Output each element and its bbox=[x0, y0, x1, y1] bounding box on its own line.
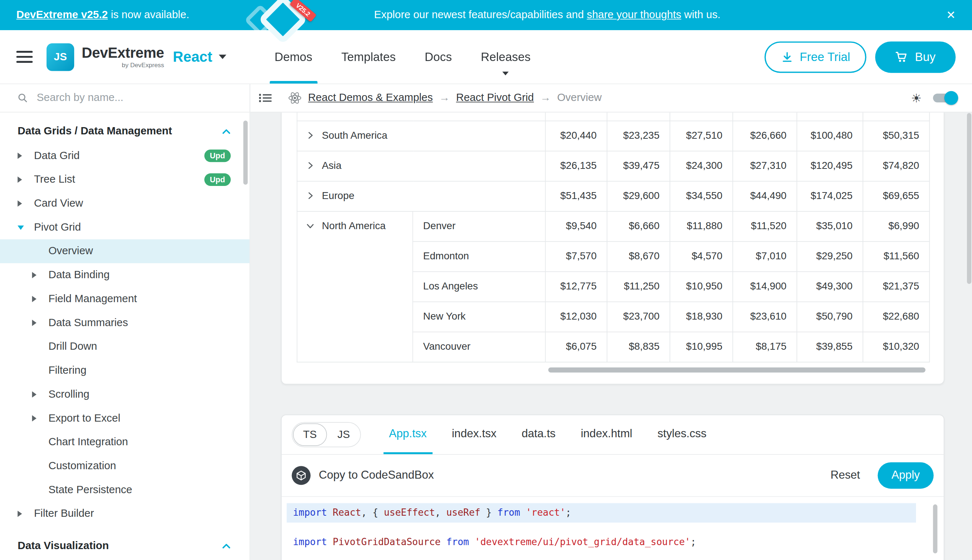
pivot-city-cell: Denver bbox=[413, 211, 545, 241]
region-label: Asia bbox=[322, 160, 342, 171]
nav-item-templates[interactable]: Templates bbox=[341, 30, 396, 83]
framework-selector[interactable]: React bbox=[173, 48, 226, 65]
search-icon bbox=[17, 92, 28, 103]
code-line-blank bbox=[289, 520, 913, 535]
upd-badge: Upd bbox=[204, 150, 231, 162]
item-label: Data Grid bbox=[34, 150, 80, 162]
search-input[interactable] bbox=[35, 91, 239, 105]
sidebar-item-overview[interactable]: Overview bbox=[0, 239, 250, 263]
sidebar-item-card-view[interactable]: Card View bbox=[0, 192, 250, 216]
tab-app-tsx[interactable]: App.tsx bbox=[383, 415, 432, 453]
sidebar-item-data-summaries[interactable]: Data Summaries bbox=[0, 311, 250, 335]
version-suffix: is now available. bbox=[108, 9, 189, 21]
expand-arrow-icon bbox=[32, 320, 36, 326]
close-icon[interactable]: ✕ bbox=[946, 10, 956, 21]
sidebar-item-data-grid[interactable]: Data Grid Upd bbox=[0, 144, 250, 168]
item-label: Pivot Grid bbox=[34, 221, 81, 234]
version-link[interactable]: DevExtreme v25.2 bbox=[16, 9, 108, 21]
sidebar-item-filter-builder[interactable]: Filter Builder bbox=[0, 502, 250, 526]
sidebar-item-filtering[interactable]: Filtering bbox=[0, 359, 250, 383]
tab-data-ts[interactable]: data.ts bbox=[516, 415, 561, 453]
sidebar-item-pivot-grid[interactable]: Pivot Grid bbox=[0, 215, 250, 239]
code-token: import bbox=[293, 536, 333, 547]
code-token: 'react' bbox=[525, 507, 565, 518]
code-line: import PivotGridDataSource from 'devextr… bbox=[289, 535, 913, 550]
chevron-down-icon bbox=[503, 72, 509, 75]
toggle-panel-icon[interactable] bbox=[259, 93, 272, 103]
code-token: PivotGridDataSource bbox=[333, 536, 440, 547]
reset-button[interactable]: Reset bbox=[831, 468, 860, 482]
item-label: Data Binding bbox=[49, 269, 109, 282]
code-token: , { bbox=[361, 507, 383, 518]
brand-block[interactable]: DevExtreme by DevExpress bbox=[82, 45, 164, 68]
nav-item-docs[interactable]: Docs bbox=[425, 30, 452, 83]
tab-styles-css[interactable]: styles.css bbox=[652, 415, 712, 453]
code-editor[interactable]: import React, { useEffect, useRef } from… bbox=[282, 497, 944, 560]
free-trial-button[interactable]: Free Trial bbox=[765, 41, 867, 72]
sidebar-item-state-persistence[interactable]: State Persistence bbox=[0, 478, 250, 502]
sidebar-section-data-visualization[interactable]: Data Visualization bbox=[0, 533, 250, 558]
toggle-knob bbox=[944, 91, 958, 105]
pivot-value-cell: $21,375 bbox=[863, 271, 930, 302]
banner-release-text: DevExtreme v25.2 is now available. bbox=[16, 9, 189, 22]
pivot-value-cell: $22,680 bbox=[863, 302, 930, 332]
pivot-value-cell: $18,930 bbox=[670, 302, 733, 332]
code-token: 'devextreme/ui/pivot_grid/data_source' bbox=[475, 536, 691, 547]
pivot-value-cell: $8,175 bbox=[733, 332, 797, 362]
sidebar-section-data-grids[interactable]: Data Grids / Data Management bbox=[0, 119, 250, 144]
breadcrumb-root-link[interactable]: React Demos & Examples bbox=[308, 92, 433, 105]
nav-item-releases[interactable]: Releases bbox=[481, 30, 531, 83]
pivot-region-cell-europe[interactable]: Europe bbox=[297, 181, 545, 211]
pivot-region-cell-asia[interactable]: Asia bbox=[297, 151, 545, 181]
download-icon bbox=[781, 50, 793, 63]
pivot-region-row: Europe $51,435 $29,600 $34,550 $44,490 $… bbox=[297, 181, 930, 211]
pivot-value-cell: $29,250 bbox=[797, 241, 863, 271]
sidebar-item-drill-down[interactable]: Drill Down bbox=[0, 335, 250, 359]
pivot-value-cell: $10,995 bbox=[670, 332, 733, 362]
cart-icon bbox=[895, 51, 908, 63]
sidebar-item-tree-list[interactable]: Tree List Upd bbox=[0, 168, 250, 192]
brand-title: DevExtreme bbox=[82, 45, 164, 60]
scrollbar-thumb[interactable] bbox=[548, 367, 925, 372]
pivot-value-cell: $7,010 bbox=[733, 241, 797, 271]
sidebar-item-export-to-excel[interactable]: Export to Excel bbox=[0, 407, 250, 430]
code-token: React bbox=[333, 507, 361, 518]
sidebar-item-chart-integration[interactable]: Chart Integration bbox=[0, 430, 250, 454]
lang-js-button[interactable]: JS bbox=[328, 422, 360, 446]
tab-index-tsx[interactable]: index.tsx bbox=[446, 415, 502, 453]
sidebar-item-field-management[interactable]: Field Management bbox=[0, 287, 250, 311]
app-header: JS DevExtreme by DevExpress React Demos … bbox=[0, 30, 972, 84]
code-scrollbar[interactable] bbox=[933, 504, 937, 553]
page-scrollbar[interactable] bbox=[967, 113, 971, 283]
sidebar-item-data-binding[interactable]: Data Binding bbox=[0, 263, 250, 287]
pivot-region-cell-north-america[interactable]: North America bbox=[297, 211, 413, 362]
nav-item-demos[interactable]: Demos bbox=[274, 30, 312, 83]
item-label: Overview bbox=[49, 245, 93, 258]
share-your-thoughts-link[interactable]: share your thoughts bbox=[587, 9, 681, 22]
pivot-value-cell: $11,520 bbox=[733, 211, 797, 241]
main-panel: React Demos & Examples → React Pivot Gri… bbox=[250, 84, 972, 560]
tab-index-html[interactable]: index.html bbox=[575, 415, 638, 453]
item-label: State Persistence bbox=[49, 484, 132, 497]
hamburger-menu-icon[interactable] bbox=[16, 48, 33, 66]
pivot-value-cell: $7,570 bbox=[545, 241, 607, 271]
js-logo[interactable]: JS bbox=[47, 43, 74, 70]
theme-toggle[interactable] bbox=[933, 94, 957, 102]
pivot-region-cell-south-america[interactable]: South America bbox=[297, 120, 545, 151]
codesandbox-icon[interactable] bbox=[292, 466, 311, 485]
lang-ts-button[interactable]: TS bbox=[293, 423, 327, 446]
breadcrumb-section-link[interactable]: React Pivot Grid bbox=[456, 92, 534, 105]
pivot-city-cell: Los Angeles bbox=[413, 271, 545, 302]
buy-button[interactable]: Buy bbox=[875, 41, 956, 72]
sidebar-item-scrolling[interactable]: Scrolling bbox=[0, 382, 250, 407]
pivot-horizontal-scrollbar bbox=[297, 363, 929, 376]
pivot-city-cell: Edmonton bbox=[413, 241, 545, 271]
code-token: from bbox=[497, 507, 525, 518]
sidebar-item-customization[interactable]: Customization bbox=[0, 454, 250, 478]
pivot-value-cell: $26,660 bbox=[733, 120, 797, 151]
sidebar-scrollbar[interactable] bbox=[243, 120, 248, 185]
apply-button[interactable]: Apply bbox=[877, 462, 934, 488]
theme-sun-icon[interactable]: ☀ bbox=[911, 92, 922, 104]
copy-to-codesandbox-button[interactable]: Copy to CodeSandBox bbox=[319, 468, 434, 482]
code-panel-card: TS JS App.tsx index.tsx data.ts index.ht… bbox=[281, 414, 944, 560]
